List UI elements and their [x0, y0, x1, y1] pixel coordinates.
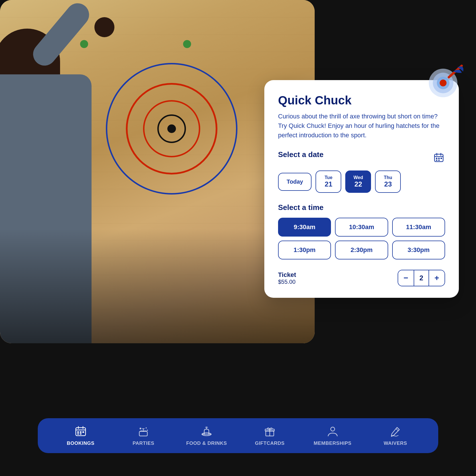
date-btn-today[interactable]: Today [278, 173, 312, 191]
nav-label-parties: PARTIES [132, 441, 154, 446]
quantity-value: 2 [414, 270, 429, 286]
ticket-label: Ticket [278, 271, 392, 279]
card-description: Curious about the thrill of axe throwing… [278, 112, 445, 140]
green-dot-right [183, 40, 191, 48]
time-btn-230pm[interactable]: 2:30pm [335, 241, 388, 259]
target-axe-icon [427, 63, 465, 100]
svg-rect-19 [80, 431, 82, 433]
card-title: Quick Chuck [278, 94, 445, 107]
nav-item-memberships[interactable]: MEMBERSHIPS [313, 425, 353, 446]
member-nav-icon [326, 425, 339, 438]
ticket-section: Ticket $55.00 − 2 + [278, 270, 445, 286]
svg-rect-12 [436, 160, 437, 161]
time-btn-330pm[interactable]: 3:30pm [392, 241, 445, 259]
time-btn-930am[interactable]: 9:30am [278, 218, 331, 237]
svg-point-27 [147, 430, 148, 431]
quantity-control: − 2 + [398, 270, 445, 286]
svg-rect-22 [80, 433, 82, 435]
date-selector: Today Tue 21 Wed 22 Thu 23 [278, 170, 445, 193]
food-nav-icon [200, 425, 213, 438]
time-btn-1130am[interactable]: 11:30am [392, 218, 445, 237]
nav-label-food-drinks: FOOD & DRINKS [186, 441, 227, 446]
ticket-price: $55.00 [278, 279, 392, 285]
svg-line-35 [396, 429, 398, 431]
time-btn-130pm[interactable]: 1:30pm [278, 241, 331, 259]
svg-point-34 [331, 427, 335, 431]
date-section-header: Select a date [278, 150, 445, 165]
svg-point-26 [146, 427, 147, 429]
time-section-label: Select a time [278, 203, 445, 212]
svg-rect-9 [436, 158, 437, 159]
time-selector: 9:30am 10:30am 11:30am 1:30pm 2:30pm 3:3… [278, 218, 445, 259]
svg-point-25 [140, 428, 141, 429]
calendar-icon[interactable] [433, 151, 445, 164]
nav-item-waivers[interactable]: WAIVERS [375, 425, 415, 446]
svg-rect-13 [438, 160, 440, 161]
time-btn-1030am[interactable]: 10:30am [335, 218, 388, 237]
ticket-info: Ticket $55.00 [278, 271, 392, 285]
date-btn-thu23[interactable]: Thu 23 [375, 170, 401, 193]
date-section-label: Select a date [278, 150, 324, 159]
party-nav-icon [137, 425, 150, 438]
gift-nav-icon [263, 425, 276, 438]
bottom-navigation: BOOKINGS PARTIES [38, 418, 438, 453]
nav-label-bookings: BOOKINGS [67, 441, 95, 446]
nav-label-memberships: MEMBERSHIPS [314, 441, 352, 446]
calendar-nav-icon [74, 425, 87, 438]
nav-item-parties[interactable]: PARTIES [123, 425, 163, 446]
nav-label-waivers: WAIVERS [384, 441, 407, 446]
nav-item-giftcards[interactable]: GIFTCARDS [250, 425, 290, 446]
quantity-increase-button[interactable]: + [429, 270, 445, 286]
booking-card: Quick Chuck Curious about the thrill of … [264, 80, 459, 298]
nav-label-giftcards: GIFTCARDS [255, 441, 285, 446]
svg-point-3 [440, 80, 447, 86]
svg-rect-21 [77, 433, 79, 435]
svg-rect-10 [438, 158, 440, 159]
svg-rect-18 [77, 431, 79, 433]
waiver-nav-icon [389, 425, 402, 438]
nav-item-bookings[interactable]: BOOKINGS [61, 425, 101, 446]
date-btn-tue21[interactable]: Tue 21 [316, 170, 341, 193]
svg-rect-23 [139, 431, 147, 436]
nav-item-food-drinks[interactable]: FOOD & DRINKS [186, 425, 227, 446]
quantity-decrease-button[interactable]: − [398, 270, 414, 286]
date-btn-wed22[interactable]: Wed 22 [345, 170, 371, 193]
svg-rect-20 [82, 431, 84, 433]
svg-rect-11 [441, 158, 442, 159]
